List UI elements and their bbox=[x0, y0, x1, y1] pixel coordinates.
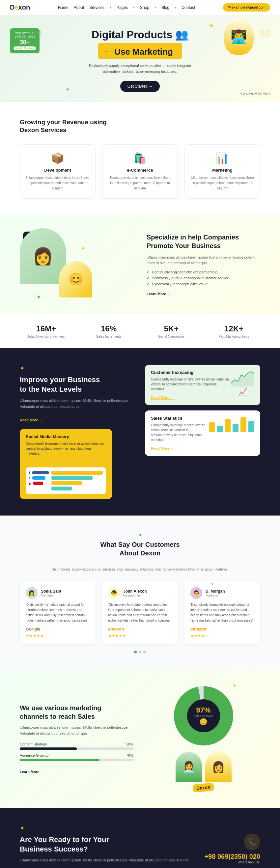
testimonial-header-0: 👩 Sonia Sara Marketer bbox=[26, 587, 90, 599]
metric-label-2: Social Campaigns bbox=[145, 335, 198, 338]
dot-1[interactable] bbox=[139, 651, 141, 653]
check-item-2: Dynamically reconceptualize value bbox=[147, 282, 260, 286]
pinterest-row: p bbox=[29, 481, 49, 485]
pie-percentage: 97% bbox=[196, 706, 211, 714]
testimonial-0: 👩 Sonia Sara Marketer 'Distinctively for… bbox=[20, 581, 96, 644]
chart-bar-6 bbox=[248, 421, 254, 432]
testimonial-brand-0: Google bbox=[26, 626, 90, 631]
progress-bar-fill-1 bbox=[20, 758, 99, 761]
metric-num-2: 5K+ bbox=[145, 324, 198, 333]
metric-0: 16M+ Total Advertising Partners bbox=[20, 324, 72, 338]
progress-bar-bg-1 bbox=[20, 758, 133, 761]
sparkle-hero2: ✦ bbox=[66, 87, 70, 92]
sparkle-pie: ✦ bbox=[232, 683, 237, 688]
check-item-0: Continually engineer efficient partnersh… bbox=[147, 270, 260, 274]
marketing-right: 97% Sales Increase 😊 ✦ 👩‍💼 👩 Dexon bbox=[147, 686, 260, 792]
ecommerce-icon: 🛍️ bbox=[108, 152, 172, 164]
metric-label-1: Sales Increments bbox=[82, 335, 135, 338]
testimonials-row: 👩 Sonia Sara Marketer 'Distinctively for… bbox=[20, 581, 260, 644]
dot-2[interactable] bbox=[143, 651, 146, 653]
photo-yellow: 👩 bbox=[205, 752, 231, 782]
promo-learn-more-link[interactable]: Learn More → bbox=[147, 292, 170, 296]
development-text: Ullamcorper risus ultrices risus lorem l… bbox=[26, 175, 89, 191]
marketing-title: We use various marketingchannels to reac… bbox=[20, 704, 133, 721]
promo-secondary-image: 😊 bbox=[59, 261, 92, 298]
nav-blog[interactable]: Blog bbox=[161, 5, 169, 10]
customer-card-text: Competently leverage other's diverse act… bbox=[151, 377, 231, 392]
promo-collage: Total Leads every 6 3250+ Months 👩 😊 ✦ ✦ bbox=[20, 228, 92, 301]
nav-home[interactable]: Home bbox=[58, 5, 68, 10]
social-card-read-more[interactable]: Read More → bbox=[26, 460, 49, 464]
sparkle-business: ✦ bbox=[20, 365, 135, 372]
nav-logo: Dexon bbox=[10, 4, 30, 11]
progress-content-strategy: Content Strategy 50% bbox=[20, 742, 133, 750]
metric-label-3: Paid Marketing Tools bbox=[208, 335, 260, 338]
nav-about[interactable]: About bbox=[74, 5, 84, 10]
testimonials-section: ✦ What Say Our CustomersAbout Dexon Dist… bbox=[0, 516, 280, 670]
facebook-row: f bbox=[29, 471, 49, 475]
progress-pct-0: 50% bbox=[126, 742, 133, 746]
hero-num2: 02 bbox=[260, 28, 270, 39]
hero-badge-sub: ⭐ 4.9 Reviews bbox=[13, 46, 36, 50]
business-read-more[interactable]: Read More → bbox=[20, 418, 43, 422]
testimonial-stars-0: ★★★★★ bbox=[26, 633, 90, 638]
sparkle-cta: ✦ bbox=[20, 825, 189, 832]
cta-section: ✦ Are You Ready to for YourBusiness Succ… bbox=[0, 808, 280, 868]
cta-phone-label: Whats App/Call bbox=[204, 861, 260, 864]
chart-bar-2 bbox=[217, 426, 223, 432]
dexon-brand-badge: Dexon bbox=[193, 783, 214, 793]
customer-card-read-more[interactable]: Read More → bbox=[151, 396, 174, 400]
sparkle-hero: ✦ bbox=[209, 22, 214, 30]
pie-inner: 97% Sales Increase 😊 bbox=[187, 699, 220, 732]
testimonials-title: What Say Our CustomersAbout Dexon bbox=[20, 540, 260, 557]
marketing-section: We use various marketingchannels to reac… bbox=[0, 670, 280, 808]
dot-0[interactable] bbox=[134, 651, 137, 653]
chart-bar-3 bbox=[225, 419, 230, 432]
ecommerce-title: e-Commerce bbox=[108, 168, 172, 173]
promo-content: Specialize in help CompaniesPromote Your… bbox=[147, 233, 260, 296]
promo-images: Total Leads every 6 3250+ Months 👩 😊 ✦ ✦ bbox=[20, 228, 133, 301]
stats-card-read-more[interactable]: Read More → bbox=[151, 446, 174, 450]
check-item-1: Seamlessly pursue orthogonal customer se… bbox=[147, 276, 260, 280]
nav-contact[interactable]: Contact bbox=[182, 5, 195, 10]
phone-icon: 📞 bbox=[244, 834, 260, 850]
customer-wave-chart bbox=[231, 370, 254, 386]
testimonials-subtitle: Distinctively supply exceptional service… bbox=[20, 567, 260, 571]
hero-badge-num: 30+ bbox=[13, 39, 36, 46]
metrics-section: 16M+ Total Advertising Partners 16% Sale… bbox=[0, 314, 280, 348]
testimonial-name-2: D. Morgan bbox=[206, 589, 225, 594]
testimonial-name-1: John Alexon bbox=[123, 589, 147, 594]
nav-shop[interactable]: Shop bbox=[140, 5, 149, 10]
progress-audience: Audience Growup 70% bbox=[20, 753, 133, 761]
business-left: ✦ Improve your Businessto the Next Level… bbox=[20, 365, 135, 499]
nav-links: Home About Services ▾ Pages ▾ Shop ▾ Blo… bbox=[58, 5, 195, 10]
nav-services[interactable]: Services bbox=[89, 5, 104, 10]
services-title: Growing your Revenue usingDexon Services bbox=[20, 118, 260, 134]
metric-1: 16% Sales Increments bbox=[82, 324, 135, 338]
pie-chart: 97% Sales Increase 😊 bbox=[174, 686, 233, 745]
hero-person-image: 👨‍💻 bbox=[224, 19, 254, 55]
testimonial-dots bbox=[20, 651, 260, 653]
nav-email-button[interactable]: ✉ example@gmail.com bbox=[223, 3, 270, 11]
bar-xs bbox=[52, 487, 72, 491]
progress-bar-bg-0 bbox=[20, 747, 133, 750]
cta-title: Are You Ready to for YourBusiness Succes… bbox=[20, 835, 189, 854]
pie-wrapper: 97% Sales Increase 😊 ✦ bbox=[174, 686, 233, 749]
testimonial-avatar-0: 👩 bbox=[26, 587, 37, 599]
progress-bar-fill-0 bbox=[20, 747, 77, 750]
marketing-learn-more[interactable]: Learn More → bbox=[20, 770, 44, 774]
hero-title-line1: Digital Products 👥 bbox=[92, 28, 188, 41]
cta-right: 📞 +98 069(2350) 020 Whats App/Call bbox=[204, 834, 260, 864]
chart-bar-icon: 📈 bbox=[231, 388, 254, 396]
ecommerce-text: Ullamcorper risus ultrices risus lorem l… bbox=[108, 175, 172, 191]
sales-chart-bars bbox=[209, 416, 254, 432]
nav-pages[interactable]: Pages bbox=[117, 5, 128, 10]
testimonial-header-1: 👦 John Alexon Researcher bbox=[108, 587, 172, 599]
development-icon: 📦 bbox=[26, 152, 89, 164]
testimonial-2: 👨 D. Morgan Marketer 'Distinctively form… bbox=[184, 581, 260, 644]
hero-title-line2: Use Marketing bbox=[111, 46, 177, 58]
hero-cta-button[interactable]: Get Started → bbox=[120, 81, 160, 92]
sales-statistics-card: Sales Statistics Competently leverage ot… bbox=[145, 410, 260, 456]
business-text: Ullamcorper risus ultrices lorem ipsum. … bbox=[20, 398, 135, 409]
social-card-text: Competently leverage other's diverse act… bbox=[26, 441, 106, 456]
